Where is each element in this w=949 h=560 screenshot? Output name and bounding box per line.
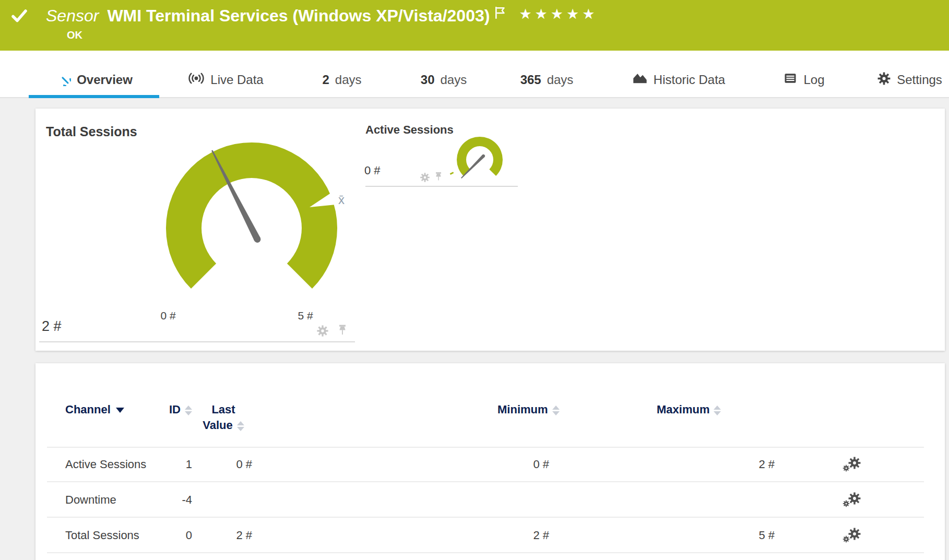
gauges-panel: Total Sessions x̄ 0 # 5 # 2 # Active Ses… <box>35 109 945 351</box>
tab-value: 30 <box>421 73 435 87</box>
channels-table-panel: Channel ID Last Value Minimum Maximum Ac… <box>35 363 945 560</box>
gauge-settings-gear-icon[interactable] <box>316 325 329 339</box>
tab-historic-data[interactable]: Historic Data <box>621 69 736 91</box>
tab-label: Live Data <box>210 73 263 87</box>
channel-minimum: 2 # <box>455 518 549 553</box>
channel-minimum: 0 # <box>455 447 549 482</box>
channel-maximum: 5 # <box>681 518 775 553</box>
gauge-title: Active Sessions <box>365 123 454 137</box>
gauge-pin-icon[interactable] <box>433 171 444 184</box>
edit-channel-button[interactable] <box>839 518 871 553</box>
gauge-icon <box>55 70 71 89</box>
page-title: WMI Terminal Services (Windows XP/Vista/… <box>107 5 490 26</box>
channel-last-value: 2 # <box>174 518 252 553</box>
flag-icon[interactable] <box>495 6 506 22</box>
priority-stars[interactable]: ★★★★★ <box>519 6 598 22</box>
gauge-settings-gear-icon[interactable] <box>420 172 430 185</box>
gauge-avg-marker-label: x̄ <box>338 193 345 207</box>
total-sessions-gauge: x̄ <box>147 124 356 332</box>
edit-channel-button[interactable] <box>839 447 871 482</box>
tab-label: Settings <box>897 73 942 87</box>
channel-minimum <box>455 482 549 518</box>
tab-value: 365 <box>520 73 541 87</box>
gauge-current-value: 0 # <box>364 164 381 177</box>
tab-value: 2 <box>322 73 329 87</box>
table-row-downtime: Downtime -4 <box>35 482 945 518</box>
column-header-last-value[interactable]: Last Value <box>182 403 265 432</box>
row-divider <box>47 552 924 553</box>
tab-365-days[interactable]: 365 days <box>499 69 595 91</box>
sort-toggle-icon <box>714 406 721 415</box>
tab-label: days <box>441 73 467 87</box>
channel-maximum <box>681 482 775 518</box>
column-header-minimum[interactable]: Minimum <box>497 403 560 416</box>
tab-settings[interactable]: Settings <box>859 69 949 91</box>
live-icon <box>188 71 205 89</box>
gauge-pin-icon[interactable] <box>336 324 349 338</box>
table-row-active-sessions: Active Sessions 1 0 # 0 # 2 # <box>35 447 945 482</box>
status-badge: OK <box>67 29 82 41</box>
log-icon <box>783 71 798 89</box>
tab-log[interactable]: Log <box>762 69 846 91</box>
tab-2-days[interactable]: 2 days <box>298 69 386 91</box>
channel-maximum: 2 # <box>681 447 775 482</box>
tab-overview[interactable]: Overview <box>29 69 159 91</box>
sort-toggle-icon <box>237 421 244 431</box>
tab-30-days[interactable]: 30 days <box>399 69 488 91</box>
area-chart-icon <box>632 71 648 89</box>
tab-live-data[interactable]: Live Data <box>167 69 284 91</box>
gauge-min-label: 0 # <box>142 309 194 322</box>
channel-last-value: 0 # <box>174 447 252 482</box>
gauge-divider <box>365 186 518 187</box>
active-sessions-gauge <box>443 123 516 196</box>
gauge-max-label: 5 # <box>279 309 331 322</box>
column-header-maximum[interactable]: Maximum <box>657 403 721 416</box>
channel-last-value <box>174 482 252 518</box>
status-ok-check-icon <box>11 9 27 25</box>
tab-bar: Overview Live Data 2 days 30 days 365 da… <box>0 51 949 98</box>
table-row-total-sessions: Total Sessions 0 2 # 2 # 5 # <box>35 518 945 553</box>
object-kind-label: Sensor <box>46 5 99 26</box>
channel-name[interactable]: Downtime <box>65 482 116 518</box>
column-header-id[interactable]: ID <box>114 403 192 416</box>
gauge-divider <box>39 341 355 342</box>
sort-toggle-icon <box>552 406 560 415</box>
gear-icon <box>877 72 891 89</box>
sensor-overview-page: Sensor WMI Terminal Services (Windows XP… <box>0 0 949 560</box>
sensor-header: Sensor WMI Terminal Services (Windows XP… <box>0 0 949 51</box>
tab-label: Historic Data <box>654 73 725 87</box>
gauge-current-value: 2 # <box>42 318 62 335</box>
active-tab-indicator <box>29 95 159 98</box>
tab-label: days <box>335 73 362 87</box>
tab-label: Overview <box>77 73 133 87</box>
gauge-title: Total Sessions <box>46 124 137 139</box>
edit-channel-button[interactable] <box>839 482 871 518</box>
tab-label: Log <box>803 73 824 87</box>
tab-label: days <box>547 73 574 87</box>
